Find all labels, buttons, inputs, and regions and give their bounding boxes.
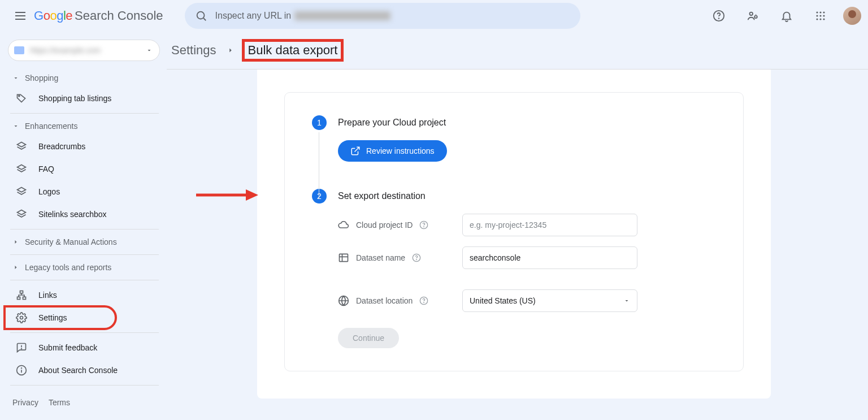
property-name: https://example.com — [30, 46, 146, 55]
svg-point-13 — [819, 15, 821, 16]
apps-icon[interactable] — [809, 5, 832, 27]
privacy-link[interactable]: Privacy — [12, 398, 38, 407]
svg-point-27 — [21, 368, 22, 369]
step-number: 2 — [312, 189, 327, 203]
svg-point-8 — [754, 16, 757, 19]
search-bar[interactable]: Inspect any URL in — [185, 3, 580, 29]
app-name: Search Console — [75, 8, 163, 23]
help-icon[interactable] — [419, 220, 428, 230]
sidebar-item-faq[interactable]: FAQ — [5, 158, 167, 180]
logo[interactable]: Google Search Console — [34, 8, 163, 23]
svg-point-14 — [823, 15, 824, 16]
svg-point-17 — [823, 18, 824, 20]
sidebar-item-label: Sitelinks searchbox — [38, 210, 107, 219]
sidebar-item-about[interactable]: About Search Console — [5, 359, 167, 382]
header: Google Search Console Inspect any URL in — [0, 0, 868, 32]
sidebar-item-label: Shopping tab listings — [38, 94, 111, 103]
svg-point-11 — [823, 11, 824, 13]
help-icon[interactable] — [708, 5, 730, 27]
section-label: Enhancements — [25, 122, 77, 131]
svg-point-3 — [197, 12, 204, 19]
sidebar-item-label: Settings — [38, 313, 67, 322]
sidebar-item-feedback[interactable]: Submit feedback — [5, 336, 167, 359]
sidebar-item-sitelinks-searchbox[interactable]: Sitelinks searchbox — [5, 203, 167, 226]
info-icon — [16, 365, 27, 376]
tag-icon — [16, 93, 27, 104]
dataset-location-select[interactable]: United States (US) — [462, 289, 637, 312]
field-label: Dataset name — [356, 253, 405, 262]
cloud-icon — [338, 219, 349, 231]
chevron-down-icon — [623, 297, 630, 304]
breadcrumb-current: Bulk data export — [245, 42, 341, 59]
step-connector — [319, 132, 319, 199]
search-icon — [195, 10, 207, 22]
svg-point-24 — [21, 348, 22, 349]
svg-point-10 — [819, 11, 821, 13]
svg-point-32 — [424, 227, 424, 227]
field-label: Dataset location — [356, 296, 413, 305]
field-dataset-name: Dataset name — [338, 246, 721, 269]
svg-point-18 — [19, 96, 20, 97]
open-in-new-icon — [350, 146, 361, 156]
divider — [10, 280, 159, 280]
section-legacy[interactable]: Legacy tools and reports — [5, 258, 167, 276]
sidebar-item-label: About Search Console — [38, 366, 118, 375]
help-icon[interactable] — [412, 253, 421, 262]
section-shopping[interactable]: Shopping — [5, 69, 167, 87]
inner-panel: 1 Prepare your Cloud project Review inst… — [284, 92, 744, 371]
sidebar: https://example.com Shopping Shopping ta… — [0, 32, 167, 420]
cloud-project-id-input[interactable] — [462, 214, 637, 236]
layers-icon — [16, 209, 27, 220]
svg-point-16 — [819, 18, 821, 20]
menu-icon[interactable] — [7, 2, 34, 29]
step-2: 2 Set export destination — [312, 189, 721, 203]
gear-icon — [16, 312, 27, 323]
feedback-icon — [16, 342, 27, 353]
field-dataset-location: Dataset location United States (US) — [338, 289, 721, 312]
svg-point-12 — [816, 15, 818, 16]
review-instructions-button[interactable]: Review instructions — [338, 140, 447, 162]
divider — [10, 385, 159, 386]
table-icon — [338, 252, 349, 263]
continue-button[interactable]: Continue — [338, 328, 399, 348]
section-enhancements[interactable]: Enhancements — [5, 117, 167, 135]
header-right — [708, 5, 861, 27]
sidebar-item-breadcrumbs[interactable]: Breadcrumbs — [5, 135, 167, 158]
sidebar-item-settings[interactable]: Settings — [5, 306, 116, 329]
content: Settings Bulk data export 1 Prepare your… — [167, 32, 868, 420]
property-thumb-icon — [14, 46, 24, 54]
notifications-icon[interactable] — [775, 5, 798, 27]
svg-line-4 — [203, 18, 206, 20]
sidebar-item-logos[interactable]: Logos — [5, 180, 167, 203]
chevron-right-icon — [12, 264, 19, 271]
people-icon[interactable] — [741, 5, 764, 27]
chevron-down-icon — [12, 123, 19, 129]
sidebar-item-label: Links — [38, 291, 57, 300]
divider — [10, 332, 159, 333]
step-1: 1 Prepare your Cloud project — [312, 115, 721, 130]
section-security[interactable]: Security & Manual Actions — [5, 233, 167, 251]
select-value: United States (US) — [470, 296, 536, 305]
divider — [10, 113, 159, 114]
svg-rect-33 — [340, 254, 348, 261]
avatar[interactable] — [843, 7, 861, 25]
svg-point-7 — [750, 12, 753, 15]
svg-point-40 — [424, 302, 424, 303]
breadcrumb-parent[interactable]: Settings — [171, 43, 216, 58]
svg-point-6 — [719, 18, 719, 19]
sidebar-item-links[interactable]: Links — [5, 284, 167, 306]
search-placeholder: Inspect any URL in — [215, 11, 292, 21]
terms-link[interactable]: Terms — [49, 398, 70, 407]
layers-icon — [16, 186, 27, 197]
divider — [10, 229, 159, 230]
divider — [10, 254, 159, 255]
step-title: Prepare your Cloud project — [338, 118, 446, 128]
annotation-arrow-icon — [196, 187, 258, 203]
sidebar-item-label: Submit feedback — [38, 343, 97, 352]
layers-icon — [16, 141, 27, 152]
help-icon[interactable] — [419, 296, 428, 305]
property-selector[interactable]: https://example.com — [8, 40, 160, 61]
sidebar-item-shopping-tab-listings[interactable]: Shopping tab listings — [5, 87, 167, 110]
dataset-name-input[interactable] — [462, 246, 637, 269]
chevron-down-icon — [146, 47, 153, 54]
